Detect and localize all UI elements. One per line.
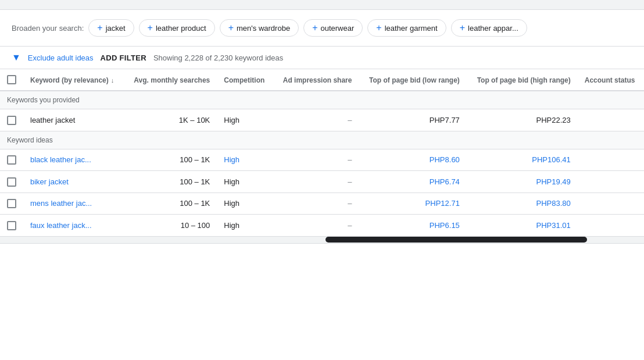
top-bid-high-biker-jacket: PHP19.49 bbox=[467, 171, 578, 193]
row-checkbox-cell-black-leather[interactable] bbox=[0, 149, 23, 171]
avg-monthly-biker-jacket: 100 – 1K bbox=[124, 171, 217, 193]
row-checkbox-biker-jacket[interactable] bbox=[7, 177, 16, 187]
chip-jacket[interactable]: + jacket bbox=[88, 19, 134, 37]
chip-plus-leather-product: + bbox=[148, 23, 153, 33]
keyword-cell-black-leather: black leather jac... bbox=[23, 149, 124, 171]
broaden-label: Broaden your search: bbox=[12, 24, 84, 33]
keyword-text-leather-jacket: leather jacket bbox=[30, 116, 75, 124]
keyword-cell-mens-leather: mens leather jac... bbox=[23, 193, 124, 215]
row-checkbox-mens-leather[interactable] bbox=[7, 199, 16, 208]
row-checkbox-black-leather[interactable] bbox=[7, 155, 16, 165]
th-competition[interactable]: Competition bbox=[217, 69, 273, 91]
keyword-link-faux-leather[interactable]: faux leather jack... bbox=[30, 221, 92, 230]
avg-monthly-mens-leather: 100 – 1K bbox=[124, 193, 217, 215]
th-avg-monthly[interactable]: Avg. monthly searches bbox=[124, 69, 217, 91]
top-bid-high-faux-leather: PHP31.01 bbox=[467, 215, 578, 237]
chip-label-leather-product: leather product bbox=[156, 24, 206, 33]
header-checkbox[interactable] bbox=[7, 75, 16, 84]
top-bid-high-mens-leather: PHP83.80 bbox=[467, 193, 578, 215]
th-ad-impression[interactable]: Ad impression share bbox=[273, 69, 359, 91]
table-row: biker jacket 100 – 1K High – PHP6.74 PHP… bbox=[0, 171, 644, 193]
showing-text: Showing 2,228 of 2,230 keyword ideas bbox=[153, 54, 283, 62]
th-keyword[interactable]: Keyword (by relevance) ↓ bbox=[23, 69, 124, 91]
add-filter-button[interactable]: ADD FILTER bbox=[101, 54, 146, 62]
table-row: black leather jac... 100 – 1K High – PHP… bbox=[0, 149, 644, 171]
competition-leather-jacket: High bbox=[217, 109, 273, 131]
chip-label-mens-wardrobe: men's wardrobe bbox=[237, 24, 290, 33]
chip-label-leather-appar: leather appar... bbox=[468, 24, 518, 33]
account-status-black-leather bbox=[578, 149, 644, 171]
chip-leather-appar[interactable]: + leather appar... bbox=[451, 19, 527, 37]
filter-bar: ▼ Exclude adult ideas ADD FILTER Showing… bbox=[0, 47, 644, 69]
filter-icon: ▼ bbox=[12, 52, 21, 63]
keyword-table: Keyword (by relevance) ↓ Avg. monthly se… bbox=[0, 69, 644, 244]
chip-leather-garment[interactable]: + leather garment bbox=[367, 19, 446, 37]
top-bid-low-mens-leather: PHP12.71 bbox=[359, 193, 466, 215]
top-bid-low-leather-jacket: PHP7.77 bbox=[359, 109, 466, 131]
broaden-search-bar: Broaden your search: + jacket + leather … bbox=[0, 10, 644, 47]
chip-leather-product[interactable]: + leather product bbox=[139, 19, 215, 37]
chip-plus-leather-garment: + bbox=[376, 23, 381, 33]
header-checkbox-cell[interactable] bbox=[0, 69, 23, 91]
ad-impression-mens-leather: – bbox=[273, 193, 359, 215]
chip-label-leather-garment: leather garment bbox=[385, 24, 438, 33]
competition-mens-leather: High bbox=[217, 193, 273, 215]
ad-impression-black-leather: – bbox=[273, 149, 359, 171]
account-status-leather-jacket bbox=[578, 109, 644, 131]
th-top-bid-low[interactable]: Top of page bid (low range) bbox=[359, 69, 466, 91]
exclude-adult-link[interactable]: Exclude adult ideas bbox=[28, 54, 94, 62]
competition-faux-leather: High bbox=[217, 215, 273, 237]
chip-label-jacket: jacket bbox=[106, 24, 126, 33]
chip-plus-leather-appar: + bbox=[460, 23, 465, 33]
competition-black-leather: High bbox=[217, 149, 273, 171]
chip-plus-outerwear: + bbox=[312, 23, 317, 33]
top-bid-low-black-leather: PHP8.60 bbox=[359, 149, 466, 171]
keyword-table-container: Keyword (by relevance) ↓ Avg. monthly se… bbox=[0, 69, 644, 244]
avg-monthly-faux-leather: 10 – 100 bbox=[124, 215, 217, 237]
top-bid-low-biker-jacket: PHP6.74 bbox=[359, 171, 466, 193]
row-checkbox-cell-biker-jacket[interactable] bbox=[0, 171, 23, 193]
row-checkbox-cell-leather-jacket[interactable] bbox=[0, 109, 23, 131]
account-status-mens-leather bbox=[578, 193, 644, 215]
row-checkbox-cell-mens-leather[interactable] bbox=[0, 193, 23, 215]
scrollbar-cell[interactable] bbox=[0, 236, 644, 243]
avg-monthly-black-leather: 100 – 1K bbox=[124, 149, 217, 171]
section-keywords-provided: Keywords you provided bbox=[0, 91, 644, 109]
scrollbar-row bbox=[0, 236, 644, 243]
keyword-link-biker-jacket[interactable]: biker jacket bbox=[30, 177, 69, 186]
th-account-status[interactable]: Account status bbox=[578, 69, 644, 91]
section-keyword-ideas: Keyword ideas bbox=[0, 131, 644, 149]
ad-impression-leather-jacket: – bbox=[273, 109, 359, 131]
table-row: leather jacket 1K – 10K High – PHP7.77 P… bbox=[0, 109, 644, 131]
keyword-cell-biker-jacket: biker jacket bbox=[23, 171, 124, 193]
competition-link-black-leather[interactable]: High bbox=[224, 155, 239, 164]
avg-monthly-leather-jacket: 1K – 10K bbox=[124, 109, 217, 131]
keyword-cell-leather-jacket: leather jacket bbox=[23, 109, 124, 131]
chip-plus-jacket: + bbox=[97, 23, 102, 33]
top-bid-low-faux-leather: PHP6.15 bbox=[359, 215, 466, 237]
competition-biker-jacket: High bbox=[217, 171, 273, 193]
chip-plus-mens-wardrobe: + bbox=[228, 23, 234, 33]
row-checkbox-cell-faux-leather[interactable] bbox=[0, 215, 23, 237]
row-checkbox-faux-leather[interactable] bbox=[7, 221, 16, 230]
account-status-faux-leather bbox=[578, 215, 644, 237]
keyword-link-black-leather[interactable]: black leather jac... bbox=[30, 155, 91, 164]
top-bar bbox=[0, 0, 644, 10]
sort-arrow-keyword: ↓ bbox=[111, 77, 115, 84]
chip-outerwear[interactable]: + outerwear bbox=[303, 19, 363, 37]
chip-mens-wardrobe[interactable]: + men's wardrobe bbox=[220, 19, 299, 37]
th-top-bid-high[interactable]: Top of page bid (high range) bbox=[467, 69, 578, 91]
horizontal-scrollbar[interactable] bbox=[325, 237, 587, 243]
ad-impression-faux-leather: – bbox=[273, 215, 359, 237]
table-row: faux leather jack... 10 – 100 High – PHP… bbox=[0, 215, 644, 237]
keyword-cell-faux-leather: faux leather jack... bbox=[23, 215, 124, 237]
keyword-link-mens-leather[interactable]: mens leather jac... bbox=[30, 199, 92, 208]
row-checkbox-leather-jacket[interactable] bbox=[7, 116, 16, 125]
chip-label-outerwear: outerwear bbox=[320, 24, 354, 33]
ad-impression-biker-jacket: – bbox=[273, 171, 359, 193]
top-bid-high-black-leather: PHP106.41 bbox=[467, 149, 578, 171]
table-row: mens leather jac... 100 – 1K High – PHP1… bbox=[0, 193, 644, 215]
top-bid-high-leather-jacket: PHP22.23 bbox=[467, 109, 578, 131]
account-status-biker-jacket bbox=[578, 171, 644, 193]
